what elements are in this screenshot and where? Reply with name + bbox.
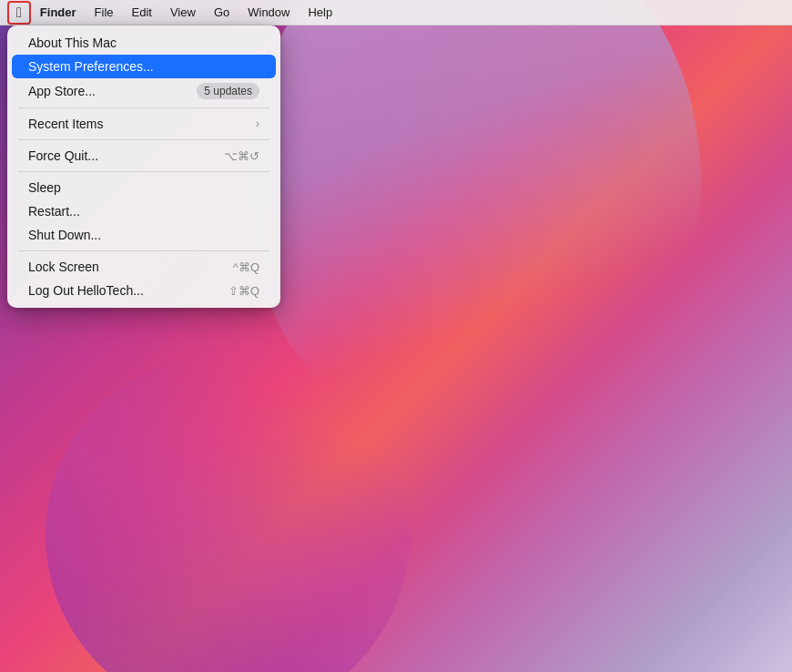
menu-item-app-store-label: App Store... xyxy=(28,84,197,98)
separator-2 xyxy=(18,139,269,140)
menu-item-recent-items[interactable]: Recent Items › xyxy=(12,112,276,136)
menu-item-shut-down[interactable]: Shut Down... xyxy=(12,223,276,247)
menu-item-lock-screen-label: Lock Screen xyxy=(28,260,233,274)
menubar-file[interactable]: File xyxy=(86,4,123,21)
menubar-help[interactable]: Help xyxy=(299,4,341,21)
menu-item-log-out-label: Log Out HelloTech... xyxy=(28,283,228,298)
apple-dropdown-menu: About This Mac System Preferences... App… xyxy=(7,25,280,308)
menubar-go[interactable]: Go xyxy=(205,4,239,21)
recent-items-chevron-icon: › xyxy=(256,117,259,130)
menubar-view[interactable]: View xyxy=(161,4,205,21)
apple-menu-button[interactable]:  xyxy=(7,1,31,25)
separator-4 xyxy=(18,250,269,251)
menu-item-force-quit[interactable]: Force Quit... ⌥⌘↺ xyxy=(12,144,276,168)
menu-item-app-store[interactable]: App Store... 5 updates xyxy=(12,78,276,104)
log-out-shortcut: ⇧⌘Q xyxy=(228,284,259,298)
menu-item-about-label: About This Mac xyxy=(28,36,259,50)
menu-item-sleep-label: Sleep xyxy=(28,180,259,195)
menu-item-system-prefs-label: System Preferences... xyxy=(28,59,259,74)
menu-item-recent-items-label: Recent Items xyxy=(28,117,256,131)
force-quit-shortcut: ⌥⌘↺ xyxy=(224,149,259,163)
menu-item-sleep[interactable]: Sleep xyxy=(12,176,276,199)
lock-screen-shortcut: ^⌘Q xyxy=(233,260,259,274)
menu-item-restart-label: Restart... xyxy=(28,204,259,219)
menubar-window[interactable]: Window xyxy=(239,4,299,21)
separator-1 xyxy=(18,107,269,108)
app-store-badge: 5 updates xyxy=(197,83,259,99)
menu-item-system-prefs[interactable]: System Preferences... xyxy=(12,55,276,78)
menu-item-force-quit-label: Force Quit... xyxy=(28,148,224,163)
menu-item-restart[interactable]: Restart... xyxy=(12,199,276,223)
menubar:  Finder File Edit View Go Window Help xyxy=(0,0,792,25)
menu-item-lock-screen[interactable]: Lock Screen ^⌘Q xyxy=(12,255,276,279)
menu-item-log-out[interactable]: Log Out HelloTech... ⇧⌘Q xyxy=(12,279,276,302)
menu-item-shut-down-label: Shut Down... xyxy=(28,228,259,242)
menubar-finder[interactable]: Finder xyxy=(31,4,86,21)
separator-3 xyxy=(18,171,269,172)
menu-item-about[interactable]: About This Mac xyxy=(12,31,276,55)
menubar-edit[interactable]: Edit xyxy=(123,4,161,21)
